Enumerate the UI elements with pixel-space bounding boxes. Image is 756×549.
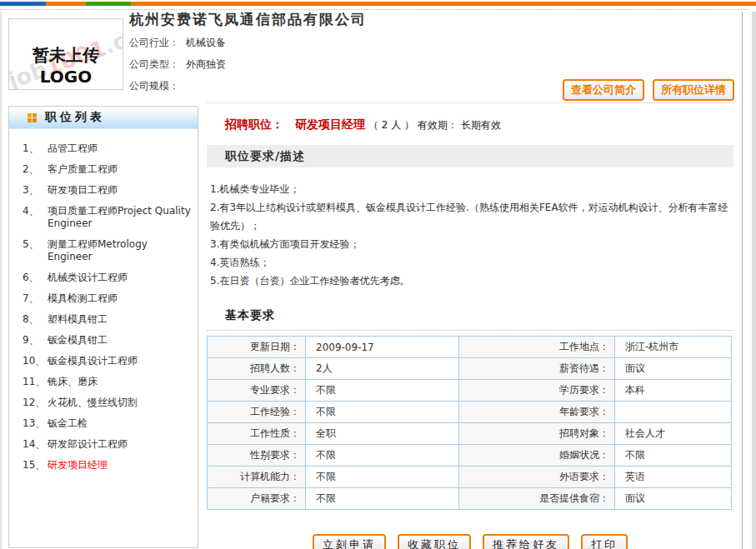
desc-line: 1.机械类专业毕业； bbox=[210, 180, 733, 198]
table-row: 更新日期：2009-09-17 工作地点：浙江-杭州市 bbox=[208, 337, 732, 358]
company-scale-row: 公司规模： bbox=[129, 79, 186, 93]
job-num: 1、 bbox=[9, 142, 36, 155]
job-num: 7、 bbox=[9, 292, 36, 305]
label-cell: 工作地点： bbox=[459, 337, 615, 358]
apply-now-button[interactable]: 立刻申请 bbox=[313, 534, 386, 549]
page-right-border bbox=[742, 12, 743, 549]
job-num: 9、 bbox=[9, 334, 36, 347]
job-title-row: 招聘职位：研发项目经理（ 2 人 ）有效期：长期有效 bbox=[207, 117, 733, 132]
value-cell: 社会人才 bbox=[615, 423, 732, 445]
job-num: 13、 bbox=[9, 417, 36, 430]
table-row: 工作性质：全职 招聘对象：社会人才 bbox=[208, 423, 732, 445]
table-row: 性别要求：不限 婚姻状况：不限 bbox=[208, 445, 732, 467]
table-row: 工作经验：不限 年龄要求： bbox=[208, 402, 732, 423]
validity-value: 长期有效 bbox=[461, 119, 501, 131]
value-cell: 浙江-杭州市 bbox=[615, 337, 732, 358]
label-cell: 婚姻状况： bbox=[459, 445, 615, 467]
job-item-14[interactable]: 14、研发部设计工程师 bbox=[9, 434, 198, 455]
label-cell: 更新日期： bbox=[208, 337, 306, 358]
job-item-7[interactable]: 7、模具检测工程师 bbox=[9, 288, 198, 309]
view-company-profile-button[interactable]: 查看公司简介 bbox=[563, 79, 644, 101]
value-cell: 不限 bbox=[306, 402, 459, 423]
job-item-1[interactable]: 1、品管工程师 bbox=[9, 138, 198, 159]
value-cell: 2009-09-17 bbox=[306, 337, 459, 358]
job-item-11[interactable]: 11、铣床、磨床 bbox=[9, 372, 198, 392]
job-label: 研发部设计工程师 bbox=[48, 438, 128, 451]
job-item-6[interactable]: 6、机械类设计工程师 bbox=[9, 267, 198, 288]
job-num: 11、 bbox=[9, 376, 36, 388]
value-cell: 面议 bbox=[615, 488, 732, 510]
field-label: 公司行业： bbox=[129, 37, 179, 48]
basic-requirements-header: 基本要求 bbox=[207, 308, 733, 331]
job-item-2[interactable]: 2、客户质量工程师 bbox=[9, 159, 198, 180]
job-item-9[interactable]: 9、钣金模具钳工 bbox=[9, 330, 198, 351]
all-jobs-detail-button[interactable]: 所有职位详情 bbox=[653, 79, 734, 101]
table-row: 户籍要求：不限 是否提供食宿：面议 bbox=[208, 488, 732, 510]
label-cell: 招聘人数： bbox=[208, 358, 306, 380]
job-item-13[interactable]: 13、钣金工检 bbox=[9, 413, 198, 434]
headcount: （ 2 人 ） bbox=[368, 119, 414, 131]
job-item-10[interactable]: 10、钣金模具设计工程师 bbox=[9, 351, 198, 372]
print-button[interactable]: 打印 bbox=[581, 534, 628, 549]
field-label: 公司规模： bbox=[129, 80, 179, 92]
job-requirements-header: 职位要求/描述 bbox=[207, 145, 733, 167]
page-right-edge bbox=[752, 12, 756, 549]
job-item-5[interactable]: 5、测量工程师Metrology Engineer bbox=[9, 234, 198, 267]
value-cell: 全职 bbox=[306, 423, 459, 445]
value-cell: 不限 bbox=[306, 488, 459, 510]
job-num: 2、 bbox=[9, 163, 36, 176]
job-label: 钣金模具钳工 bbox=[48, 334, 108, 347]
field-value: 外商独资 bbox=[186, 58, 226, 70]
label-cell: 计算机能力： bbox=[208, 467, 306, 488]
job-item-4[interactable]: 4、项目质量工程师Project Quality Engineer bbox=[9, 201, 198, 234]
label-cell: 外语要求： bbox=[459, 467, 615, 488]
job-label: 研发项目工程师 bbox=[48, 184, 118, 197]
job-num: 14、 bbox=[9, 438, 36, 451]
job-item-12[interactable]: 12、火花机、慢丝线切割 bbox=[9, 392, 198, 413]
company-type-row: 公司类型：外商独资 bbox=[129, 57, 226, 72]
topbar-segment-orange-long bbox=[131, 2, 756, 6]
company-name: 杭州安费诺飞凤通信部品有限公司 bbox=[129, 10, 367, 29]
recruit-position-label: 招聘职位： bbox=[225, 117, 283, 131]
table-row: 专业要求：不限 学历要求：本科 bbox=[208, 380, 732, 402]
job-num: 6、 bbox=[9, 272, 36, 284]
label-cell: 性别要求： bbox=[208, 445, 306, 467]
topbar bbox=[0, 2, 756, 6]
job-item-15-active[interactable]: 15、研发项目经理 bbox=[9, 455, 198, 476]
topbar-segment-orange bbox=[46, 2, 86, 6]
label-cell: 户籍要求： bbox=[208, 488, 306, 510]
label-cell: 是否提供食宿： bbox=[459, 488, 615, 510]
value-cell: 不限 bbox=[615, 445, 732, 467]
job-num: 10、 bbox=[9, 355, 36, 367]
label-cell: 薪资待遇： bbox=[459, 358, 615, 380]
action-buttons: 立刻申请 收藏职位 推荐给好友 打印 bbox=[207, 534, 733, 549]
label-cell: 学历要求： bbox=[459, 380, 615, 402]
value-cell: 面议 bbox=[615, 358, 732, 380]
desc-line: 2.有3年以上结构设计或塑料模具、钣金模具设计工作经验.（熟练使用相关FEA软件… bbox=[210, 198, 733, 235]
logo-placeholder-text: 暂未上传LOGO bbox=[9, 44, 123, 87]
label-cell: 年龄要求： bbox=[459, 402, 615, 423]
job-label: 研发项目经理 bbox=[48, 459, 108, 472]
topbar-segment-green bbox=[86, 2, 131, 6]
job-list: 1、品管工程师 2、客户质量工程师 3、研发项目工程师 4、项目质量工程师Pro… bbox=[9, 129, 198, 476]
job-label: 客户质量工程师 bbox=[48, 163, 118, 176]
desc-line: 5.在日资（台资）企业工作经验者优先考虑。 bbox=[210, 272, 733, 290]
label-cell: 工作性质： bbox=[208, 423, 306, 445]
desc-line: 3.有类似机械方面项目开发经验； bbox=[210, 235, 733, 253]
validity-label: 有效期： bbox=[418, 119, 458, 131]
label-cell: 工作经验： bbox=[208, 402, 306, 423]
job-item-8[interactable]: 8、塑料模具钳工 bbox=[9, 309, 198, 330]
value-cell: 不限 bbox=[306, 467, 459, 488]
recommend-to-friend-button[interactable]: 推荐给好友 bbox=[483, 534, 569, 549]
job-num: 5、 bbox=[9, 238, 36, 263]
favorite-job-button[interactable]: 收藏职位 bbox=[398, 534, 471, 549]
job-item-3[interactable]: 3、研发项目工程师 bbox=[9, 180, 198, 201]
label-cell: 专业要求： bbox=[208, 380, 306, 402]
job-label: 钣金模具设计工程师 bbox=[48, 355, 138, 367]
table-row: 计算机能力：不限 外语要求：英语 bbox=[208, 467, 732, 488]
label-cell: 招聘对象： bbox=[459, 423, 615, 445]
value-cell: 不限 bbox=[306, 380, 459, 402]
field-label: 公司类型： bbox=[129, 58, 179, 70]
job-label: 铣床、磨床 bbox=[48, 376, 98, 388]
job-label: 模具检测工程师 bbox=[48, 292, 118, 305]
